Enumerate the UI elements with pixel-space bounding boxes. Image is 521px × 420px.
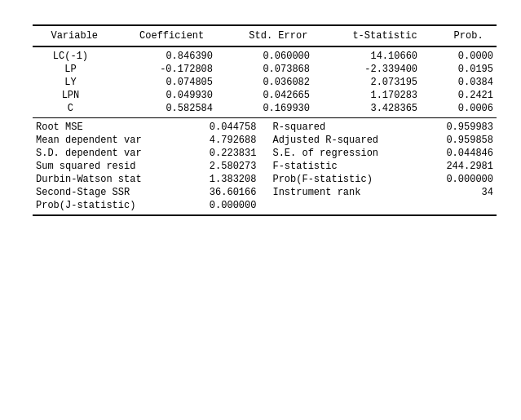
stats-left-value: 0.000000 [181, 199, 260, 212]
cell-tstat: 2.073195 [313, 76, 421, 89]
table-row: LY 0.074805 0.036082 2.073195 0.0384 [33, 76, 497, 89]
stats-right-label: Prob(F-statistic) [259, 173, 417, 186]
stats-left-value: 0.044758 [181, 121, 260, 134]
table-row: LC(-1) 0.846390 0.060000 14.10660 0.0000 [33, 50, 497, 63]
top-thick-line [33, 24, 497, 26]
stats-right-value: 0.000000 [417, 173, 497, 186]
cell-prob: 0.0195 [421, 63, 497, 76]
stats-row: Durbin-Watson stat 1.383208 Prob(F-stati… [33, 173, 497, 186]
stats-right-label: Adjusted R-squared [259, 134, 417, 147]
cell-prob: 0.0006 [421, 102, 497, 115]
stats-row: S.D. dependent var 0.223831 S.E. of regr… [33, 147, 497, 160]
stats-right-label: F-statistic [259, 160, 417, 173]
stats-row: Prob(J-statistic) 0.000000 [33, 199, 497, 212]
stats-left-label: Root MSE [33, 121, 181, 134]
cell-var: LY [33, 76, 108, 89]
cell-se: 0.073868 [216, 63, 313, 76]
stats-right-label [259, 199, 417, 212]
stats-table: Root MSE 0.044758 R-squared 0.959983 Mea… [33, 121, 497, 212]
cell-var: LPN [33, 89, 108, 102]
cell-coef: -0.172808 [108, 63, 216, 76]
stats-left-label: S.D. dependent var [33, 147, 181, 160]
cell-prob: 0.0384 [421, 76, 497, 89]
stats-left-label: Second-Stage SSR [33, 186, 181, 199]
regression-table: Variable Coefficient Std. Error t-Statis… [33, 29, 497, 43]
stats-left-value: 1.383208 [181, 173, 260, 186]
stats-left-label: Durbin-Watson stat [33, 173, 181, 186]
col-header-tstat: t-Statistic [329, 29, 440, 43]
stats-right-value: 0.959858 [417, 134, 497, 147]
cell-se: 0.169930 [216, 102, 313, 115]
stats-right-value: 0.959983 [417, 121, 497, 134]
stats-left-value: 4.792688 [181, 134, 260, 147]
cell-se: 0.042665 [216, 89, 313, 102]
final-thick-line [33, 214, 497, 216]
cell-var: C [33, 102, 108, 115]
cell-var: LC(-1) [33, 50, 108, 63]
cell-var: LP [33, 63, 108, 76]
cell-coef: 0.582584 [108, 102, 216, 115]
regression-data-table: LC(-1) 0.846390 0.060000 14.10660 0.0000… [33, 50, 497, 115]
stats-left-value: 0.223831 [181, 147, 260, 160]
stats-right-label: Instrument rank [259, 186, 417, 199]
table-section: Variable Coefficient Std. Error t-Statis… [33, 24, 497, 216]
stats-row: Sum squared resid 2.580273 F-statistic 2… [33, 160, 497, 173]
cell-prob: 0.0000 [421, 50, 497, 63]
stats-left-label: Prob(J-statistic) [33, 199, 181, 212]
cell-coef: 0.049930 [108, 89, 216, 102]
stats-row: Second-Stage SSR 36.60166 Instrument ran… [33, 186, 497, 199]
stats-right-label: S.E. of regression [259, 147, 417, 160]
table-row: LP -0.172808 0.073868 -2.339400 0.0195 [33, 63, 497, 76]
stats-row: Root MSE 0.044758 R-squared 0.959983 [33, 121, 497, 134]
col-header-prob: Prob. [440, 29, 497, 43]
col-header-se: Std. Error [227, 29, 329, 43]
stats-left-label: Sum squared resid [33, 160, 181, 173]
cell-tstat: 1.170283 [313, 89, 421, 102]
stats-right-value: 34 [417, 186, 497, 199]
stats-right-value: 0.044846 [417, 147, 497, 160]
table-row: C 0.582584 0.169930 3.428365 0.0006 [33, 102, 497, 115]
stats-left-label: Mean dependent var [33, 134, 181, 147]
stats-right-value [417, 199, 497, 212]
cell-se: 0.036082 [216, 76, 313, 89]
cell-se: 0.060000 [216, 50, 313, 63]
cell-coef: 0.074805 [108, 76, 216, 89]
header-thick-line [33, 46, 497, 47]
cell-prob: 0.2421 [421, 89, 497, 102]
stats-left-value: 2.580273 [181, 160, 260, 173]
stats-right-label: R-squared [259, 121, 417, 134]
col-header-coef: Coefficient [117, 29, 227, 43]
cell-coef: 0.846390 [108, 50, 216, 63]
stats-right-value: 244.2981 [417, 160, 497, 173]
stats-row: Mean dependent var 4.792688 Adjusted R-s… [33, 134, 497, 147]
stats-left-value: 36.60166 [181, 186, 260, 199]
cell-tstat: -2.339400 [313, 63, 421, 76]
bottom-thin-line [33, 117, 497, 118]
col-header-variable: Variable [33, 29, 117, 43]
table-row: LPN 0.049930 0.042665 1.170283 0.2421 [33, 89, 497, 102]
cell-tstat: 3.428365 [313, 102, 421, 115]
cell-tstat: 14.10660 [313, 50, 421, 63]
